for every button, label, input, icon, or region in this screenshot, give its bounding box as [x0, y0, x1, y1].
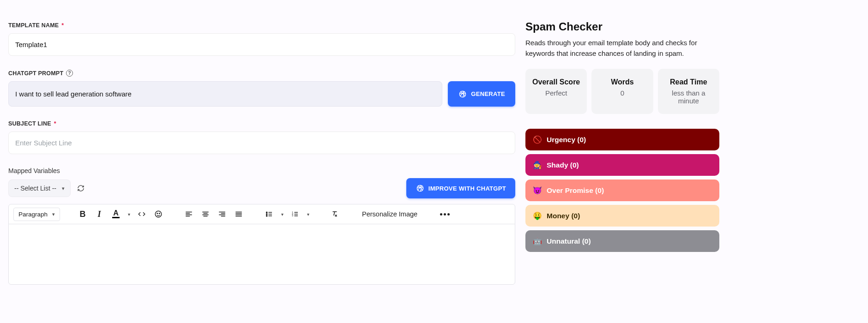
align-left-icon — [185, 210, 193, 218]
select-list-dropdown[interactable]: -- Select List -- ▾ — [8, 179, 71, 197]
button-label: GENERATE — [471, 90, 505, 97]
more-options-button[interactable] — [437, 206, 452, 222]
category-label: Urgency (0) — [547, 136, 586, 144]
subject-line-label: SUBJECT LINE * — [8, 120, 515, 127]
category-money[interactable]: 🤑 Money (0) — [525, 205, 719, 227]
stat-label: Overall Score — [529, 78, 583, 86]
label-text: CHATGPT PROMPT — [8, 70, 63, 77]
category-shady[interactable]: 🧙 Shady (0) — [525, 154, 719, 176]
chevron-down-icon: ▾ — [52, 211, 55, 217]
spam-stats: Overall Score Perfect Words 0 Read Time … — [525, 69, 719, 114]
stat-read-time: Read Time less than a minute — [658, 69, 719, 114]
code-icon — [138, 210, 146, 218]
bullet-list-dropdown[interactable]: ▾ — [278, 212, 286, 217]
money-icon: 🤑 — [533, 211, 542, 220]
format-select-label: Paragraph — [18, 211, 48, 218]
svg-point-7 — [266, 215, 267, 216]
urgency-icon: 🚫 — [533, 135, 542, 144]
category-label: Unnatural (0) — [547, 237, 591, 245]
stat-label: Read Time — [662, 78, 716, 86]
stat-label: Words — [595, 78, 649, 86]
editor-toolbar: Paragraph ▾ B I A ▾ — [9, 204, 515, 224]
over-promise-icon: 😈 — [533, 186, 542, 195]
unnatural-icon: 🤖 — [533, 237, 542, 245]
dropdown-label: -- Select List -- — [14, 185, 56, 192]
main-form: TEMPLATE NAME * CHATGPT PROMPT ? GENERAT… — [8, 6, 515, 285]
help-icon[interactable]: ? — [66, 70, 73, 77]
category-over-promise[interactable]: 😈 Over Promise (0) — [525, 179, 719, 201]
chatgpt-prompt-label: CHATGPT PROMPT ? — [8, 70, 515, 77]
mapped-variables-label: Mapped Variables — [8, 167, 515, 174]
stat-value: less than a minute — [662, 89, 716, 105]
align-right-button[interactable] — [214, 206, 230, 222]
emoji-icon — [154, 210, 163, 218]
stat-value: 0 — [595, 89, 649, 97]
text-color-button[interactable]: A — [108, 206, 124, 222]
chevron-down-icon: ▾ — [62, 185, 65, 191]
generate-button[interactable]: GENERATE — [448, 81, 515, 107]
italic-button[interactable]: I — [91, 206, 107, 222]
improve-with-chatgpt-button[interactable]: IMPROVE WITH CHATGPT — [406, 178, 515, 198]
spam-checker-title: Spam Checker — [525, 20, 719, 33]
editor-body[interactable] — [9, 224, 515, 284]
svg-point-3 — [157, 213, 158, 214]
format-select[interactable]: Paragraph ▾ — [13, 208, 60, 221]
category-label: Money (0) — [547, 212, 580, 220]
openai-icon — [416, 184, 425, 193]
align-center-icon — [201, 210, 210, 218]
category-unnatural[interactable]: 🤖 Unnatural (0) — [525, 230, 719, 252]
template-name-label: TEMPLATE NAME * — [8, 22, 515, 29]
category-urgency[interactable]: 🚫 Urgency (0) — [525, 129, 719, 150]
personalize-image-button[interactable]: Personalize Image — [357, 208, 422, 221]
numbered-list-icon: 123 — [291, 210, 299, 218]
align-justify-icon — [235, 210, 243, 218]
svg-text:3: 3 — [292, 215, 293, 217]
svg-point-6 — [266, 214, 267, 215]
svg-point-2 — [155, 211, 162, 217]
stat-value: Perfect — [529, 89, 583, 97]
bullet-list-button[interactable] — [261, 206, 277, 222]
spam-checker-panel: Spam Checker Reads through your email te… — [525, 6, 719, 285]
emoji-button[interactable] — [151, 206, 166, 222]
label-text: TEMPLATE NAME — [8, 22, 59, 29]
spam-checker-description: Reads through your email template body a… — [525, 38, 719, 59]
text-color-icon: A — [113, 210, 119, 216]
required-asterisk: * — [61, 22, 64, 29]
refresh-icon[interactable] — [77, 185, 84, 192]
stat-words: Words 0 — [591, 69, 653, 114]
align-left-button[interactable] — [181, 206, 197, 222]
required-asterisk: * — [54, 120, 56, 127]
clear-format-icon — [331, 210, 339, 218]
align-justify-button[interactable] — [231, 206, 247, 222]
bullet-list-icon — [265, 210, 273, 218]
subject-line-input[interactable] — [8, 132, 515, 154]
rich-text-editor: Paragraph ▾ B I A ▾ — [8, 204, 515, 285]
openai-icon — [458, 90, 467, 99]
text-color-dropdown[interactable]: ▾ — [125, 212, 133, 217]
chatgpt-prompt-input[interactable] — [8, 81, 442, 107]
svg-point-5 — [266, 212, 267, 213]
label-text: SUBJECT LINE — [8, 120, 51, 127]
stat-overall-score: Overall Score Perfect — [525, 69, 587, 114]
category-label: Shady (0) — [547, 161, 579, 169]
clear-format-button[interactable] — [327, 206, 343, 222]
category-label: Over Promise (0) — [547, 186, 604, 195]
bold-button[interactable]: B — [75, 206, 90, 222]
align-right-icon — [218, 210, 226, 218]
align-center-button[interactable] — [198, 206, 213, 222]
shady-icon: 🧙 — [533, 161, 542, 169]
code-button[interactable] — [134, 206, 150, 222]
button-label: IMPROVE WITH CHATGPT — [428, 185, 506, 192]
more-icon — [440, 213, 450, 215]
numbered-list-dropdown[interactable]: ▾ — [304, 212, 312, 217]
template-name-input[interactable] — [8, 33, 515, 56]
svg-point-4 — [159, 213, 160, 214]
spam-categories: 🚫 Urgency (0) 🧙 Shady (0) 😈 Over Promise… — [525, 129, 719, 252]
numbered-list-button[interactable]: 123 — [287, 206, 303, 222]
